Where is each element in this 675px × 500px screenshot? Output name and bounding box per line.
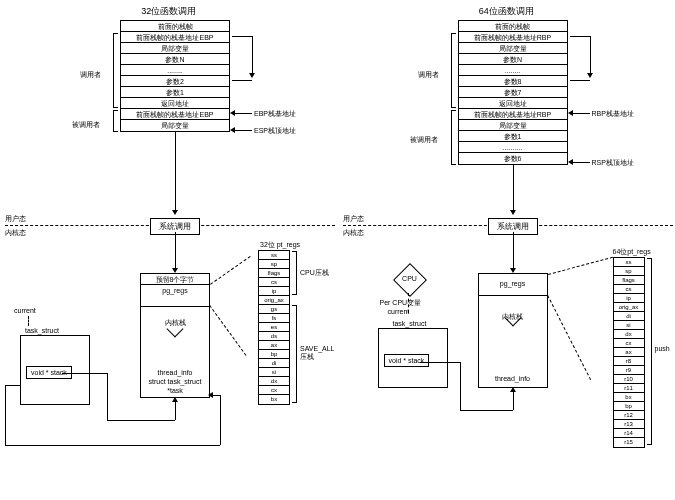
reg: cx <box>259 386 289 395</box>
callee-bracket <box>113 110 118 132</box>
per-cpu-label: Per CPU变量 <box>380 298 422 308</box>
reg: r11 <box>614 384 644 393</box>
current-label: current <box>14 307 36 314</box>
ptr-line <box>232 80 252 81</box>
row: 参数N <box>459 54 567 65</box>
line <box>570 113 590 114</box>
thread-info-32: thread_info struct task_struct *task <box>141 367 209 397</box>
reg: cs <box>259 278 289 287</box>
callee-label: 被调用者 <box>72 120 100 130</box>
thread-info-64: thread_info <box>479 371 547 387</box>
rbp-label: RBP栈基地址 <box>592 109 634 119</box>
ptr-line <box>590 36 591 74</box>
regs-title-32: 32位 pt_regs <box>260 240 300 250</box>
reg: si <box>259 368 289 377</box>
row: 参数7 <box>459 87 567 98</box>
reg: si <box>614 321 644 330</box>
current-label: current <box>388 308 410 315</box>
row: 返回地址 <box>121 98 229 109</box>
line <box>175 400 176 420</box>
kernel-stack-label: 内核栈 <box>479 296 547 371</box>
line <box>232 113 252 114</box>
row: 局部变量 <box>459 120 567 131</box>
reg: bp <box>259 350 289 359</box>
reg: ax <box>614 348 644 357</box>
cpu-label: CPU <box>395 275 425 282</box>
reg: r12 <box>614 411 644 420</box>
line <box>175 232 176 270</box>
caller-label: 调用者 <box>418 70 439 80</box>
task-struct-label: task_struct <box>393 320 427 327</box>
regs-title-64: 64位pt_regs <box>613 247 651 257</box>
reg: cs <box>614 285 644 294</box>
ptr-line <box>570 36 590 37</box>
task-struct-label: task_struct <box>25 327 59 334</box>
reserve: 预留8个字节 <box>141 274 209 285</box>
reg: r9 <box>614 366 644 375</box>
reg: bx <box>259 395 289 404</box>
row: 前面栈帧的栈基地址EBP <box>121 32 229 43</box>
row: 局部变量 <box>121 43 229 54</box>
reg: sp <box>259 260 289 269</box>
arrow-down-icon <box>172 210 178 215</box>
reg: ax <box>259 341 289 350</box>
arrow-up-icon <box>172 397 178 402</box>
reg: ip <box>614 294 644 303</box>
reg: r10 <box>614 375 644 384</box>
bracket <box>292 251 297 295</box>
title-64: 64位函数调用 <box>479 5 534 18</box>
right-64bit-diagram: 64位函数调用 前面的栈帧 前面栈帧的栈基地址RBP 局部变量 参数N ....… <box>338 0 676 500</box>
row: ........ <box>459 65 567 76</box>
user-stack-32: 前面的栈帧 前面栈帧的栈基地址EBP 局部变量 参数N ........ 参数2… <box>120 20 230 132</box>
row: 前面栈帧的栈基地址EBP <box>121 109 229 120</box>
reg: r14 <box>614 429 644 438</box>
row: 参数1 <box>121 87 229 98</box>
task-struct-box: void * stack <box>378 328 448 388</box>
row: 参数1 <box>459 131 567 142</box>
kernel-stack-64: pg_regs 内核栈 thread_info <box>478 273 548 388</box>
reg-list-32: ss sp flags cs ip orig_ax gs fs es ds ax… <box>258 250 290 405</box>
reg: ds <box>259 332 289 341</box>
arrow-left-icon <box>208 392 213 398</box>
arrow-up-icon <box>510 387 516 392</box>
reg: di <box>259 359 289 368</box>
arrow-down-icon <box>587 73 593 78</box>
line <box>460 410 513 411</box>
pg-regs: pg_regs <box>141 285 209 307</box>
ptr-line <box>232 36 252 37</box>
row: 局部变量 <box>121 120 229 131</box>
title-32: 32位函数调用 <box>141 5 196 18</box>
user-stack-64: 前面的栈帧 前面栈帧的栈基地址RBP 局部变量 参数N ........ 参数8… <box>458 20 568 165</box>
arrow-left-icon <box>230 127 235 133</box>
pg-regs: pg_regs <box>479 274 547 296</box>
row: 前面的栈帧 <box>121 21 229 32</box>
line <box>513 390 514 410</box>
esp-label: ESP栈顶地址 <box>254 126 296 136</box>
line <box>232 130 252 131</box>
dash <box>210 256 251 285</box>
line <box>513 164 514 211</box>
reg: orig_ax <box>614 303 644 312</box>
reg: orig_ax <box>259 296 289 305</box>
reg: dx <box>614 330 644 339</box>
line <box>175 131 176 211</box>
reg: flags <box>614 276 644 285</box>
row: ........ <box>121 65 229 76</box>
line <box>5 385 6 445</box>
reg: bp <box>614 402 644 411</box>
caller-label: 调用者 <box>80 70 101 80</box>
caller-bracket <box>451 33 456 108</box>
line <box>62 373 107 374</box>
caller-bracket <box>113 33 118 108</box>
reg: flags <box>259 269 289 278</box>
row: 前面栈帧的栈基地址RBP <box>459 109 567 120</box>
user-label: 用户态 <box>343 214 364 224</box>
row: 局部变量 <box>459 43 567 54</box>
ptr-line <box>252 36 253 74</box>
row: 参数2 <box>121 76 229 87</box>
line <box>420 362 460 363</box>
void-stack: void * stack <box>384 354 430 367</box>
reg: dx <box>259 377 289 386</box>
reg: r13 <box>614 420 644 429</box>
line <box>5 445 220 446</box>
